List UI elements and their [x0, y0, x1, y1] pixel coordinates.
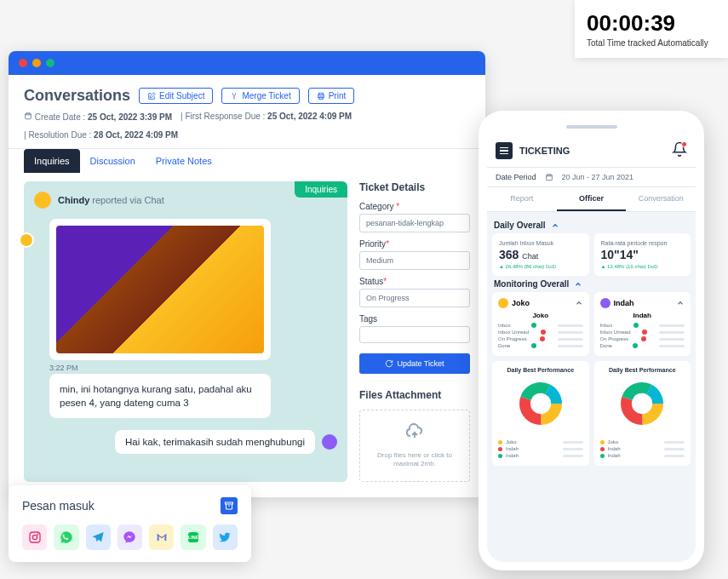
- tab-inquiries[interactable]: Inquiries: [24, 149, 80, 173]
- agent-avatar: [322, 434, 337, 450]
- page-header: Conversations Edit Subject Merge Ticket …: [9, 75, 485, 148]
- food-photo: [56, 226, 264, 353]
- daily-overall-header[interactable]: Daily Overall: [492, 217, 691, 233]
- officer-name: Indah: [614, 299, 634, 307]
- page-title: Conversations: [24, 87, 130, 105]
- stat-delta: ▲ 12,48% (16 chat) DoD: [601, 264, 685, 269]
- monitoring-overall-header[interactable]: Monitoring Overall: [492, 276, 691, 292]
- edit-subject-button[interactable]: Edit Subject: [139, 88, 213, 104]
- menu-icon[interactable]: [496, 142, 513, 159]
- officer-card-indah: Indah Indah Inbox Inbox Unread On Progre…: [594, 292, 691, 356]
- mobile-tab-officer[interactable]: Officer: [557, 187, 627, 211]
- message-image[interactable]: [49, 219, 271, 360]
- tags-label: Tags: [359, 314, 470, 324]
- files-attachment-section: Files Attachment Drop files here or clic…: [359, 389, 470, 482]
- sender-row: Chindy reported via Chat: [34, 192, 337, 209]
- inquiries-badge: Inquiries: [295, 181, 347, 198]
- create-date-label: Create Date :: [35, 112, 85, 122]
- first-response-label: First Response Due :: [185, 112, 265, 121]
- resolution-value: 28 Oct, 2022 4:09 PM: [94, 130, 178, 140]
- date-period-row[interactable]: Date Period 20 Jun - 27 Jun 2021: [487, 168, 696, 187]
- chevron-up-icon[interactable]: [575, 299, 583, 307]
- whatsapp-icon[interactable]: [54, 525, 78, 550]
- stat-card-response: Rata-rata periode respon 10"14" ▲ 12,48%…: [594, 233, 691, 276]
- merge-ticket-label: Merge Ticket: [242, 91, 290, 100]
- chevron-up-icon[interactable]: [676, 299, 685, 307]
- message-timestamp: 3:22 PM: [49, 364, 337, 372]
- donut-chart: [616, 378, 668, 429]
- print-button[interactable]: Print: [308, 88, 355, 104]
- sender-avatar: [34, 192, 51, 209]
- inbox-title: Pesan masuk: [22, 499, 95, 513]
- legend-label: Indah: [608, 453, 621, 458]
- chevron-up-icon: [551, 221, 559, 230]
- notification-icon[interactable]: [672, 141, 687, 160]
- window-minimize-icon[interactable]: [32, 59, 41, 67]
- category-label: Category *: [359, 202, 470, 211]
- archive-icon[interactable]: [221, 497, 238, 514]
- gmail-icon[interactable]: [149, 525, 174, 550]
- line-icon[interactable]: LINE: [181, 525, 205, 550]
- officer-sub: Indah: [600, 312, 685, 319]
- svg-rect-5: [30, 532, 40, 542]
- first-response-value: 25 Oct, 2022 4:09 PM: [267, 112, 352, 121]
- twitter-icon[interactable]: [213, 525, 238, 550]
- stat-label: Jumlah Inbox Masuk: [499, 240, 582, 246]
- tab-discussion[interactable]: Discussion: [80, 149, 146, 173]
- dropzone-text: Drop files here or click to maximal 2mb.: [365, 451, 464, 469]
- edit-subject-label: Edit Subject: [159, 91, 204, 100]
- date-period-label: Date Period: [496, 173, 536, 181]
- window-maximize-icon[interactable]: [46, 59, 54, 67]
- stat-delta: ▲ 26,48% (86 chat) DoD: [499, 264, 582, 269]
- thread-avatar: [19, 232, 34, 248]
- conversation-tabs: Inquiries Discussion Private Notes: [9, 148, 485, 173]
- create-date-value: 25 Oct, 2022 3:39 PM: [88, 112, 172, 122]
- performance-card-2: Daily Best Performance Joko Indah Indah: [594, 361, 691, 466]
- stat-label: Rata-rata periode respon: [601, 240, 685, 246]
- mobile-body: Daily Overall Jumlah Inbox Masuk 368 Cha…: [487, 212, 696, 562]
- timer-label: Total Time tracked Automatically: [587, 38, 716, 48]
- performance-card-1: Daily Best Performance Joko Indah Indah: [492, 361, 589, 466]
- svg-rect-10: [546, 175, 552, 181]
- ticket-details-panel: Ticket Details Category * pesanan-tidak-…: [359, 181, 470, 482]
- stat-unit: Chat: [522, 252, 538, 261]
- status-field[interactable]: On Progress: [359, 289, 470, 307]
- officer-avatar: [498, 298, 508, 308]
- messenger-icon[interactable]: [118, 525, 142, 550]
- phone-notch: [487, 119, 696, 135]
- svg-point-6: [32, 535, 37, 539]
- merge-ticket-button[interactable]: Merge Ticket: [221, 88, 299, 104]
- mobile-tab-conversation[interactable]: Conversation: [626, 187, 696, 211]
- stat-card-inbox: Jumlah Inbox Masuk 368 Chat ▲ 26,48% (86…: [492, 233, 589, 276]
- mobile-tab-report[interactable]: Report: [487, 187, 557, 211]
- category-field[interactable]: pesanan-tidak-lengkap: [359, 214, 470, 232]
- telegram-icon[interactable]: [86, 525, 111, 550]
- priority-field[interactable]: Medium: [359, 251, 470, 270]
- stat-value: 10"14": [601, 248, 685, 261]
- instagram-icon[interactable]: [22, 525, 47, 550]
- tags-field[interactable]: [359, 326, 470, 343]
- timer-value: 00:00:39: [587, 10, 716, 37]
- print-label: Print: [329, 91, 347, 100]
- ticket-details-title: Ticket Details: [359, 181, 470, 193]
- officer-card-joko: Joko Joko Inbox Inbox Unread On Progress…: [492, 292, 589, 356]
- window-close-icon[interactable]: [19, 59, 27, 67]
- legend-label: Joko: [608, 439, 619, 444]
- file-dropzone[interactable]: Drop files here or click to maximal 2mb.: [359, 410, 470, 482]
- message-out-text: Hai kak, terimakasih sudah menghubungi: [115, 430, 315, 454]
- mobile-title: TICKETING: [519, 146, 570, 156]
- status-label: Status*: [359, 277, 470, 286]
- svg-point-7: [37, 534, 38, 536]
- tab-private-notes[interactable]: Private Notes: [146, 149, 222, 173]
- svg-rect-4: [226, 502, 233, 504]
- update-ticket-button[interactable]: Update Ticket: [359, 353, 470, 374]
- officer-name: Joko: [512, 299, 530, 307]
- inbox-card: Pesan masuk LINE: [9, 485, 251, 562]
- ticket-meta: Create Date : 25 Oct, 2022 3:39 PM | Fir…: [24, 112, 470, 140]
- legend-label: Indah: [506, 446, 519, 451]
- conversations-window: Conversations Edit Subject Merge Ticket …: [9, 51, 485, 497]
- files-attachment-title: Files Attachment: [359, 389, 470, 401]
- mobile-tabs: Report Officer Conversation: [487, 187, 696, 212]
- svg-text:LINE: LINE: [188, 535, 199, 540]
- donut-chart: [515, 378, 566, 429]
